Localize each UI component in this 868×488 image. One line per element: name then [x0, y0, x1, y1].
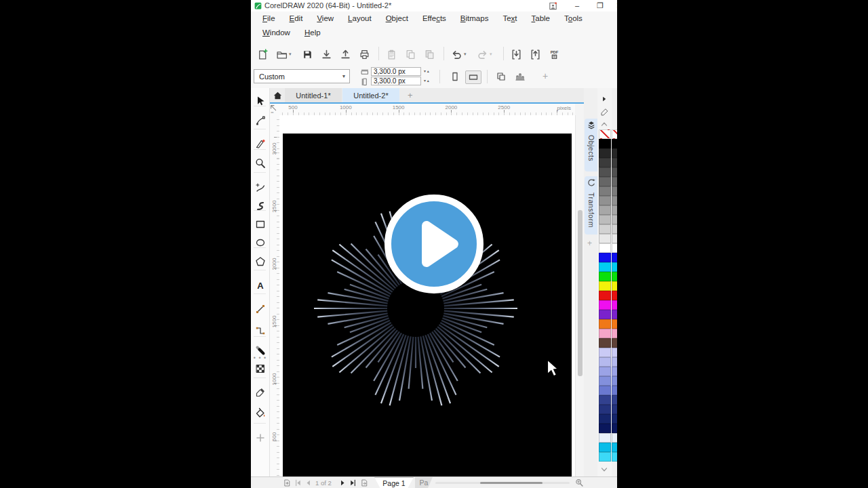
color-swatch[interactable]	[599, 262, 611, 272]
eyedropper-tool[interactable]	[254, 386, 267, 399]
toolbox-drag-handle[interactable]: • • •	[251, 354, 269, 361]
color-swatch[interactable]	[599, 443, 611, 452]
page-2-tab-clipped[interactable]: Pa	[415, 477, 433, 488]
publish-pdf-button[interactable]: PDF	[547, 47, 561, 62]
color-swatch[interactable]	[599, 196, 611, 205]
color-swatch[interactable]	[612, 319, 617, 329]
print-button[interactable]	[357, 47, 372, 62]
menu-view[interactable]: View	[312, 13, 338, 24]
export-doc-button[interactable]	[528, 47, 542, 62]
color-swatch[interactable]	[599, 348, 611, 357]
color-swatch[interactable]	[599, 338, 611, 348]
title-bar[interactable]: CorelDRAW 2020 (64-Bit) - Untitled-2* – …	[251, 0, 617, 12]
open-button[interactable]	[274, 47, 289, 62]
color-swatch[interactable]	[599, 424, 611, 433]
color-swatch[interactable]	[612, 367, 617, 376]
add-page-button[interactable]	[282, 478, 292, 488]
previous-page-button[interactable]	[303, 478, 313, 488]
color-swatch[interactable]	[599, 205, 611, 215]
dimension-tool[interactable]	[254, 302, 267, 315]
color-swatch[interactable]	[599, 281, 611, 291]
minimize-button[interactable]: –	[568, 1, 586, 11]
color-swatch[interactable]	[599, 158, 611, 167]
color-swatch[interactable]	[612, 224, 617, 234]
color-swatch[interactable]	[599, 148, 611, 158]
artwork-rectangle[interactable]	[283, 134, 572, 476]
palette-flyout-icon[interactable]	[600, 94, 608, 106]
page-units-button[interactable]	[513, 70, 528, 83]
color-swatch[interactable]	[612, 215, 617, 224]
color-swatch[interactable]	[599, 433, 611, 443]
vertical-scrollbar[interactable]	[575, 115, 585, 476]
add-tools-button[interactable]	[254, 431, 267, 444]
livesketch-tool[interactable]	[254, 137, 267, 150]
color-swatch[interactable]	[612, 272, 617, 281]
undo-button[interactable]	[449, 47, 464, 62]
all-pages-button[interactable]	[494, 70, 509, 83]
shape-tool[interactable]	[254, 114, 267, 127]
home-icon[interactable]	[273, 90, 283, 103]
color-swatch[interactable]	[612, 291, 617, 300]
color-swatch[interactable]	[612, 196, 617, 205]
menu-table[interactable]: Table	[527, 13, 555, 24]
color-swatch[interactable]	[599, 300, 611, 310]
portrait-button[interactable]	[448, 70, 462, 83]
video-play-button[interactable]	[384, 195, 484, 293]
color-swatch[interactable]	[599, 310, 611, 319]
menu-effects[interactable]: Effects	[418, 13, 451, 24]
color-swatch[interactable]	[612, 424, 617, 433]
swatch-no-color[interactable]	[612, 129, 617, 139]
color-swatch[interactable]	[599, 395, 611, 405]
menu-object[interactable]: Object	[381, 13, 413, 24]
menu-text[interactable]: Text	[498, 13, 521, 24]
maximize-button[interactable]: ❐	[591, 1, 609, 11]
connector-tool[interactable]	[254, 324, 267, 337]
landscape-button[interactable]	[465, 70, 481, 84]
color-swatch[interactable]	[599, 367, 611, 376]
close-button[interactable]: ✕	[610, 1, 617, 11]
color-swatch[interactable]	[599, 224, 611, 234]
color-swatch[interactable]	[612, 300, 617, 310]
menu-tools[interactable]: Tools	[559, 13, 587, 24]
horizontal-scrollbar-thumb[interactable]	[480, 482, 542, 484]
color-swatch[interactable]	[612, 405, 617, 414]
color-swatch[interactable]	[612, 177, 617, 186]
export-button[interactable]	[338, 47, 353, 62]
color-swatch[interactable]	[599, 177, 611, 186]
zoom-tool[interactable]	[254, 157, 267, 169]
color-swatch[interactable]	[612, 357, 617, 367]
undo-button-dropdown-arrow[interactable]: ▾	[464, 52, 467, 57]
color-swatch[interactable]	[612, 234, 617, 243]
color-swatch[interactable]	[599, 139, 611, 148]
color-swatch[interactable]	[612, 395, 617, 405]
add-docker-button[interactable]: +	[587, 239, 592, 248]
page-height-input[interactable]	[371, 77, 421, 85]
height-spinner[interactable]: ▾ ▴	[424, 79, 429, 83]
color-swatch[interactable]	[612, 310, 617, 319]
color-swatch[interactable]	[612, 433, 617, 443]
first-page-button[interactable]	[293, 478, 303, 488]
color-swatch[interactable]	[599, 234, 611, 243]
import-button[interactable]	[319, 47, 334, 62]
horizontal-scrollbar[interactable]	[435, 482, 570, 484]
color-swatch[interactable]	[599, 167, 611, 177]
docker-tab-objects[interactable]: Objects	[585, 119, 597, 171]
color-swatch[interactable]	[612, 262, 617, 272]
color-swatch[interactable]	[612, 348, 617, 357]
zoom-status-icon[interactable]	[574, 478, 585, 488]
color-swatch[interactable]	[599, 329, 611, 338]
next-page-button[interactable]	[338, 478, 348, 488]
menu-layout[interactable]: Layout	[343, 13, 376, 24]
menu-file[interactable]: File	[258, 13, 280, 24]
open-button-dropdown-arrow[interactable]: ▾	[289, 52, 292, 57]
last-page-button[interactable]	[348, 478, 358, 488]
vertical-scrollbar-thumb[interactable]	[578, 210, 583, 376]
color-swatch[interactable]	[612, 167, 617, 177]
color-swatch[interactable]	[599, 253, 611, 262]
save-button[interactable]	[300, 47, 315, 62]
color-swatch[interactable]	[599, 272, 611, 281]
color-swatch[interactable]	[612, 329, 617, 338]
color-swatch[interactable]	[612, 281, 617, 291]
palette-scroll-down-icon[interactable]	[599, 465, 609, 477]
import-doc-button[interactable]	[509, 47, 524, 62]
